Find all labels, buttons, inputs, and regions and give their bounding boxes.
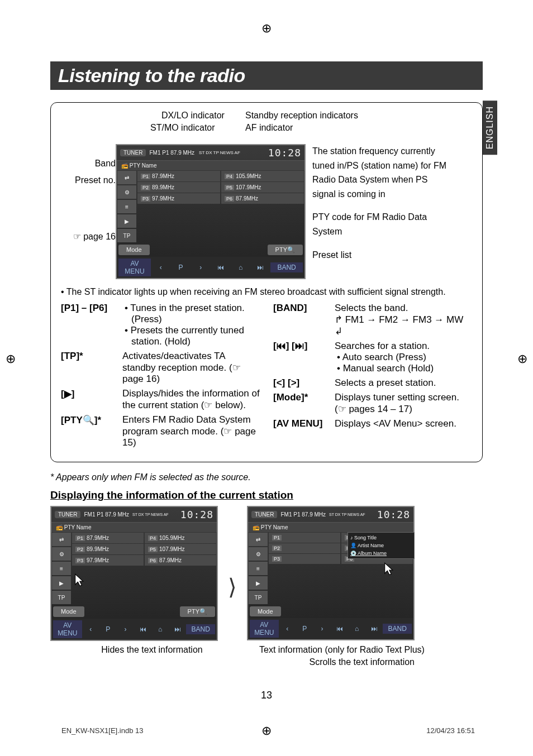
val-p1p6-1: • Presets the currently tuned station. (… <box>122 325 260 347</box>
callout-presetno: Preset no. <box>61 172 116 189</box>
preset-p1[interactable]: P187.9MHz <box>137 171 220 181</box>
sm-pty-2: PTY Name <box>261 524 288 530</box>
preset-p5[interactable]: P5107.9MHz <box>221 182 304 193</box>
sm2-p2[interactable]: P2 <box>269 543 340 553</box>
side-play-icon[interactable]: ▶ <box>117 214 136 228</box>
mode-button[interactable]: Mode <box>118 245 150 255</box>
side-icon-1[interactable]: ⚙ <box>117 185 136 199</box>
tuner-diagram-box: DX/LO indicator Standby reception indica… <box>50 102 483 462</box>
preset-p1-freq: 87.9MHz <box>152 173 174 179</box>
preset-p3[interactable]: P397.9MHz <box>137 193 220 204</box>
preset-p6[interactable]: P687.9MHz <box>221 193 304 204</box>
val-tp: Activates/deactivates TA standby recepti… <box>122 351 260 385</box>
mode-row: Mode PTY🔍 <box>117 243 304 257</box>
sm2-tp[interactable]: TP <box>249 591 268 604</box>
nav-p-icon[interactable]: P <box>171 264 191 271</box>
sm1-band[interactable]: BAND <box>186 624 215 634</box>
band-button[interactable]: BAND <box>270 262 303 272</box>
side-tp-button[interactable]: TP <box>117 229 136 242</box>
sm2-p1[interactable]: P1 <box>269 533 340 543</box>
preset-p3-num: P3 <box>141 196 150 202</box>
sm1-ptybtn[interactable]: PTY🔍 <box>180 606 215 617</box>
sm1-p5[interactable]: P5107.9MHz <box>145 544 216 554</box>
sm1-n2[interactable]: › <box>117 625 134 633</box>
pty-search-button[interactable]: PTY🔍 <box>268 245 303 255</box>
key-tp: [TP]* <box>61 351 122 385</box>
nav-home-icon[interactable]: ⌂ <box>231 264 251 271</box>
preset-p6-freq: 87.9MHz <box>236 195 258 202</box>
nav-next-preset[interactable]: › <box>191 264 211 271</box>
registration-mark-right: ⊕ <box>517 352 527 366</box>
av-menu-button[interactable]: AV MENU <box>118 259 151 276</box>
sm2-s0[interactable]: ⇄ <box>249 533 268 546</box>
sm1-n4[interactable]: ⌂ <box>151 625 169 633</box>
sm2-n1[interactable]: P <box>296 625 313 633</box>
sm1-n1[interactable]: P <box>99 625 117 633</box>
sm2-n4[interactable]: ⌂ <box>348 625 365 633</box>
sm-tuner-badge-1: TUNER <box>55 511 80 518</box>
sm2-s2[interactable]: ≡ <box>249 562 268 575</box>
sm2-s1[interactable]: ⚙ <box>249 547 268 561</box>
section-title: Listening to the radio <box>58 65 475 87</box>
sm1-n0[interactable]: ‹ <box>82 625 99 633</box>
subsection-heading: Displaying the information of the curren… <box>50 489 483 501</box>
nav-seek-fwd[interactable]: ⏭ <box>250 264 270 271</box>
sm1-p1[interactable]: P187.9MHz <box>72 533 144 543</box>
sm1-p3[interactable]: P397.9MHz <box>72 555 144 566</box>
val-seek-0: Searches for a station. <box>335 341 472 352</box>
sm2-n3[interactable]: ⏮ <box>331 625 348 633</box>
preset-p4-freq: 105.9MHz <box>236 173 261 179</box>
nav-seek-back[interactable]: ⏮ <box>211 264 231 271</box>
sm1-n5[interactable]: ⏭ <box>169 625 186 633</box>
right-callouts: The station frequency currently tuned in… <box>306 144 451 271</box>
st-indicator-note: • The ST indicator lights up when receiv… <box>61 287 472 297</box>
sm1-mode[interactable]: Mode <box>53 606 84 617</box>
callout-page16: ☞ page 16 <box>61 228 116 245</box>
sm1-av[interactable]: AV MENU <box>53 620 82 638</box>
preset-p2[interactable]: P289.9MHz <box>137 182 220 193</box>
sm1-s2[interactable]: ≡ <box>52 562 71 575</box>
footer-left: EN_KW-NSX1[E].indb 13 <box>61 726 143 735</box>
info-screen-left: TUNERFM1 P1 87.9 MHzST DX TP NEWS AF10:2… <box>50 506 218 641</box>
info-artist: 👤 Artist Name <box>349 542 413 549</box>
key-play: [▶] <box>61 388 122 411</box>
callout-preset-list: Preset list <box>312 248 451 262</box>
sm1-p4[interactable]: P4105.9MHz <box>145 533 216 543</box>
top-callouts: DX/LO indicator Standby reception indica… <box>61 111 472 144</box>
sm1-s1[interactable]: ⚙ <box>52 547 71 561</box>
sm2-n5[interactable]: ⏭ <box>365 625 383 633</box>
footer-row: EN_KW-NSX1[E].indb 13 12/04/23 16:51 <box>61 726 475 735</box>
sm1-s0[interactable]: ⇄ <box>52 533 71 546</box>
sm2-band[interactable]: BAND <box>383 624 412 634</box>
sm2-n2[interactable]: › <box>313 625 331 633</box>
side-icon-0[interactable]: ⇄ <box>117 171 136 184</box>
side-icon-2[interactable]: ≡ <box>117 200 136 213</box>
key-pty: [PTY🔍]* <box>61 414 122 448</box>
sm1-tp[interactable]: TP <box>52 591 71 604</box>
preset-p1-num: P1 <box>141 174 150 179</box>
callout-dxlo: DX/LO indicator <box>161 111 225 121</box>
sm-pty-1: PTY Name <box>64 524 92 530</box>
val-seek-2: • Manual search (Hold) <box>335 363 472 374</box>
caption-scrolls: Scrolls the text information <box>247 657 415 667</box>
nav-prev-preset[interactable]: ‹ <box>151 264 171 271</box>
sm1-play[interactable]: ▶ <box>52 576 71 590</box>
sm2-p3[interactable]: P3 <box>269 554 340 564</box>
language-tab: ENGLISH <box>483 101 497 155</box>
preset-p4[interactable]: P4105.9MHz <box>221 171 304 181</box>
val-avmenu: Displays <AV Menu> screen. <box>335 418 472 429</box>
side-icons: ⇄ ⚙ ≡ ▶ TP <box>117 170 137 243</box>
sm-time-1: 10:28 <box>180 509 213 520</box>
val-seek-1: • Auto search (Press) <box>335 352 472 363</box>
sm-time-2: 10:28 <box>377 509 410 520</box>
sm2-n0[interactable]: ‹ <box>279 625 296 633</box>
sm2-play[interactable]: ▶ <box>249 576 268 590</box>
sm1-n3[interactable]: ⏮ <box>134 625 151 633</box>
key-preset-sel: [<] [>] <box>273 377 335 389</box>
info-screen-right: TUNERFM1 P1 87.9 MHzST DX TP NEWS AF10:2… <box>247 506 415 667</box>
sm2-av[interactable]: AV MENU <box>250 620 279 638</box>
sm1-p2[interactable]: P289.9MHz <box>72 544 144 554</box>
sm1-p6[interactable]: P687.9MHz <box>145 555 216 566</box>
controls-right-col: [BAND]Selects the band.↱ FM1 → FM2 → FM3… <box>273 303 472 452</box>
sm2-mode[interactable]: Mode <box>250 606 281 616</box>
